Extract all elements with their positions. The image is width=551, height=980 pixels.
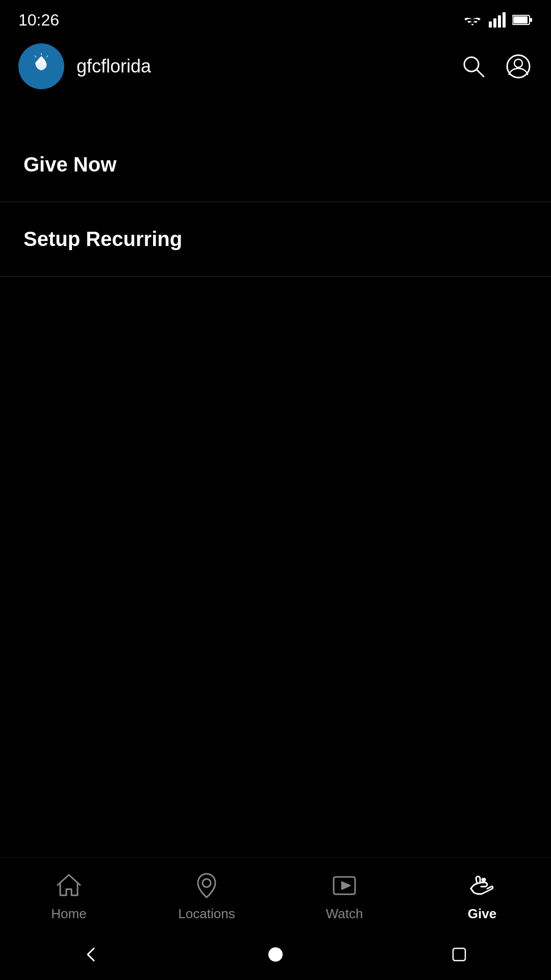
watch-nav-icon — [329, 870, 360, 901]
status-time: 10:26 — [18, 11, 59, 30]
recents-icon — [451, 946, 467, 963]
app-name: gfcflorida — [77, 56, 151, 77]
signal-icon — [489, 12, 506, 28]
wifi-icon — [462, 12, 483, 28]
give-now-item[interactable]: Give Now — [0, 128, 551, 202]
android-back-button[interactable] — [77, 939, 107, 970]
svg-rect-2 — [498, 15, 501, 28]
nav-locations[interactable]: Locations — [161, 870, 253, 922]
give-nav-icon — [467, 870, 497, 901]
header-left: gfcflorida — [18, 43, 151, 89]
header-right — [459, 52, 533, 81]
home-nav-icon — [54, 870, 84, 901]
svg-point-15 — [203, 879, 211, 887]
back-icon — [83, 945, 101, 964]
battery-icon — [512, 14, 533, 26]
setup-recurring-item[interactable]: Setup Recurring — [0, 202, 551, 277]
svg-rect-6 — [530, 18, 532, 22]
locations-nav-label: Locations — [178, 906, 235, 922]
profile-icon — [505, 53, 532, 80]
bottom-nav: Home Locations Watch — [0, 857, 551, 929]
app-logo[interactable] — [18, 43, 64, 89]
home-nav-label: Home — [51, 906, 86, 922]
nav-home[interactable]: Home — [23, 870, 115, 922]
watch-nav-label: Watch — [326, 906, 363, 922]
svg-point-13 — [507, 55, 530, 78]
svg-rect-0 — [489, 21, 492, 28]
search-icon — [460, 53, 487, 80]
give-now-label: Give Now — [23, 153, 116, 176]
android-nav — [0, 929, 551, 980]
nav-give[interactable]: Give — [436, 870, 528, 922]
svg-rect-18 — [453, 948, 465, 961]
nav-watch[interactable]: Watch — [298, 870, 390, 922]
svg-rect-1 — [493, 18, 496, 28]
profile-button[interactable] — [504, 52, 533, 81]
status-bar: 10:26 — [0, 0, 551, 36]
android-home-icon — [267, 946, 284, 963]
svg-rect-3 — [503, 12, 506, 28]
status-icons — [462, 12, 533, 28]
android-home-button[interactable] — [260, 939, 291, 970]
give-nav-label: Give — [468, 906, 496, 922]
locations-nav-icon — [191, 870, 222, 901]
android-recents-button[interactable] — [444, 939, 474, 970]
setup-recurring-label: Setup Recurring — [23, 228, 182, 250]
svg-point-17 — [268, 947, 283, 962]
app-header: gfcflorida — [0, 36, 551, 97]
svg-rect-5 — [513, 16, 528, 23]
menu-container: Give Now Setup Recurring — [0, 128, 551, 277]
svg-point-14 — [514, 59, 522, 67]
svg-line-12 — [477, 69, 484, 77]
search-button[interactable] — [459, 52, 488, 81]
